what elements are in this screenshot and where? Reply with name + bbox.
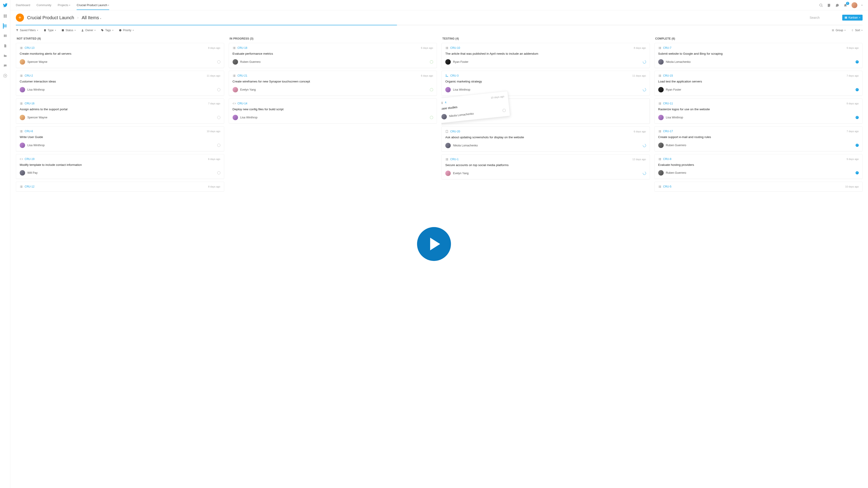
nav-community[interactable]: Community [37, 3, 52, 7]
assignee-avatar[interactable] [658, 59, 664, 65]
breadcrumb-scope[interactable]: All Items ▾ [82, 15, 101, 20]
kanban-card[interactable]: CRU-2 11 days ago Customer interaction i… [16, 71, 224, 96]
assignee-avatar[interactable] [658, 87, 664, 92]
card-title: Modify template to include contact infor… [20, 163, 220, 167]
assignee-avatar[interactable] [20, 170, 25, 175]
kanban-card[interactable]: CRU-14 Deploy new config files for build… [229, 98, 437, 124]
assignee-avatar[interactable] [20, 59, 25, 65]
kanban-card[interactable]: CRU-21 6 days ago Create wireframes for … [229, 71, 437, 96]
kanban-card[interactable]: CRU-1 12 days ago Secure accounts on top… [441, 154, 650, 180]
card-id[interactable]: CRU-19 [25, 158, 34, 161]
bell-icon[interactable]: 2 [843, 3, 847, 7]
card-id[interactable]: CRU-10 [450, 46, 460, 50]
rail-board-icon[interactable] [3, 24, 7, 28]
filter-saved[interactable]: Saved Filters▾ [16, 29, 38, 32]
column: TESTING (4) CRU-10 8 days ago The articl… [441, 35, 650, 483]
assignee-avatar[interactable] [232, 87, 238, 92]
chat-icon[interactable] [835, 3, 839, 7]
assignee-name: Will Pay [27, 171, 37, 174]
kanban-card[interactable]: CRU-17 7 days ago Create support e-mail … [654, 126, 863, 151]
card-id[interactable]: CRU-6 [25, 130, 33, 133]
kanban-card[interactable]: CRU-20 6 days ago Ask about updating scr… [441, 127, 650, 152]
kanban-card[interactable]: CRU-15 7 days ago Load test the applicat… [654, 71, 863, 96]
assignee-avatar[interactable] [658, 170, 664, 175]
filter-type[interactable]: Type▾ [43, 29, 56, 32]
card-id[interactable]: CRU-18 [238, 46, 247, 50]
filter-group[interactable]: Group▾ [832, 29, 846, 32]
add-button[interactable]: + [16, 13, 24, 22]
filter-owner[interactable]: Owner▾ [81, 29, 96, 32]
assignee-avatar[interactable] [20, 87, 25, 92]
rail-dashboard-icon[interactable] [3, 14, 7, 18]
kanban-card[interactable]: CRU-11 8 days ago Rasterize logos for us… [654, 98, 863, 124]
kanban-card[interactable]: CRU-13 8 days ago Create monitoring aler… [16, 43, 224, 68]
note-icon[interactable] [827, 3, 831, 7]
kanban-card[interactable]: CRU-8 9 days ago Evaluate hosting provid… [654, 154, 863, 179]
kanban-card[interactable]: CRU-5 10 days ago [654, 182, 863, 192]
kanban-card[interactable]: CRU-16 7 days ago Assign admins to the s… [16, 98, 224, 124]
card-id[interactable]: CRU-8 [663, 158, 672, 161]
assignee-avatar[interactable] [445, 87, 451, 92]
rail-settings-icon[interactable] [3, 73, 7, 78]
nav-current-project[interactable]: Crucial Product Launch ▾ [76, 3, 109, 10]
rail-folder-icon[interactable] [3, 54, 7, 58]
assignee-avatar[interactable] [20, 142, 25, 148]
card-id[interactable]: CRU-12 [25, 185, 34, 188]
card-age: 11 days ago [207, 74, 220, 77]
card-id[interactable]: CRU-16 [25, 102, 34, 105]
kanban-card[interactable]: CRU-19 6 days ago Modify template to inc… [16, 154, 224, 179]
filter-status[interactable]: Status▾ [61, 29, 76, 32]
rail-chat-icon[interactable] [3, 64, 7, 68]
assignee-avatar[interactable] [658, 142, 664, 148]
card-id[interactable]: CRU-3 [450, 74, 459, 77]
card-id[interactable]: CRU-17 [663, 130, 673, 133]
nav-dashboard[interactable]: Dashboard [16, 3, 30, 7]
breadcrumb-project[interactable]: Crucial Product Launch [27, 15, 74, 20]
assignee-avatar[interactable] [445, 170, 451, 176]
kanban-card[interactable]: CRU-7 9 days ago Submit website to Googl… [654, 43, 863, 68]
search-icon[interactable] [819, 3, 823, 7]
assignee-avatar[interactable] [232, 115, 238, 120]
assignee-avatar[interactable] [20, 115, 25, 120]
view-toggle-kanban[interactable]: Kanban ▾ [842, 15, 863, 21]
card-id[interactable]: CRU-2 [25, 74, 33, 77]
card-id[interactable]: CRU-14 [238, 102, 247, 105]
assignee-avatar[interactable] [445, 59, 451, 65]
card-id[interactable]: CRU-21 [238, 74, 247, 77]
svg-rect-55 [233, 75, 233, 76]
card-id[interactable]: CRU-1 [450, 158, 459, 161]
type-icon [658, 158, 661, 161]
kanban-card[interactable]: CRU-12 8 days ago [16, 182, 224, 192]
filter-tags[interactable]: Tags▾ [101, 29, 113, 32]
user-avatar[interactable] [851, 2, 857, 8]
card-id: 4 [445, 101, 446, 104]
filter-sort[interactable]: Sort▾ [851, 29, 863, 32]
kanban-card[interactable]: CRU-6 10 days ago Write User Guide Lisa … [16, 126, 224, 151]
search-input[interactable]: Search [807, 14, 839, 21]
card-id[interactable]: CRU-11 [663, 102, 673, 105]
kanban-card[interactable]: CRU-3 11 days ago Organic marketing stra… [441, 71, 650, 96]
app-logo[interactable] [3, 3, 8, 8]
drop-zone[interactable]: 410 days ago case studies Nikola Lomache… [441, 98, 650, 124]
filter-priority[interactable]: Priority▾ [119, 29, 134, 32]
assignee-avatar[interactable] [445, 143, 451, 148]
kanban-card[interactable]: CRU-18 6 days ago Evaluate performance m… [229, 43, 437, 68]
nav-projects[interactable]: Projects ▾ [58, 3, 70, 7]
card-id[interactable]: CRU-20 [450, 130, 460, 133]
card-id[interactable]: CRU-13 [25, 46, 34, 50]
play-video-button[interactable] [417, 227, 451, 261]
card-id[interactable]: CRU-5 [663, 185, 672, 188]
assignee-avatar[interactable] [232, 59, 238, 65]
rail-book-icon[interactable] [3, 34, 7, 38]
kanban-card[interactable]: CRU-10 8 days ago The article that was p… [441, 43, 650, 68]
svg-rect-5 [4, 26, 7, 26]
chevron-down-icon[interactable]: ▾ [862, 4, 863, 6]
dragging-card[interactable]: 410 days ago case studies Nikola Lomache… [441, 91, 510, 123]
assignee-avatar[interactable] [658, 115, 664, 120]
card-age: 10 days ago [491, 95, 504, 99]
svg-rect-18 [21, 47, 23, 47]
card-id[interactable]: CRU-7 [663, 46, 672, 50]
svg-rect-74 [446, 130, 448, 133]
rail-doc-icon[interactable] [3, 43, 7, 48]
card-id[interactable]: CRU-15 [663, 74, 673, 77]
